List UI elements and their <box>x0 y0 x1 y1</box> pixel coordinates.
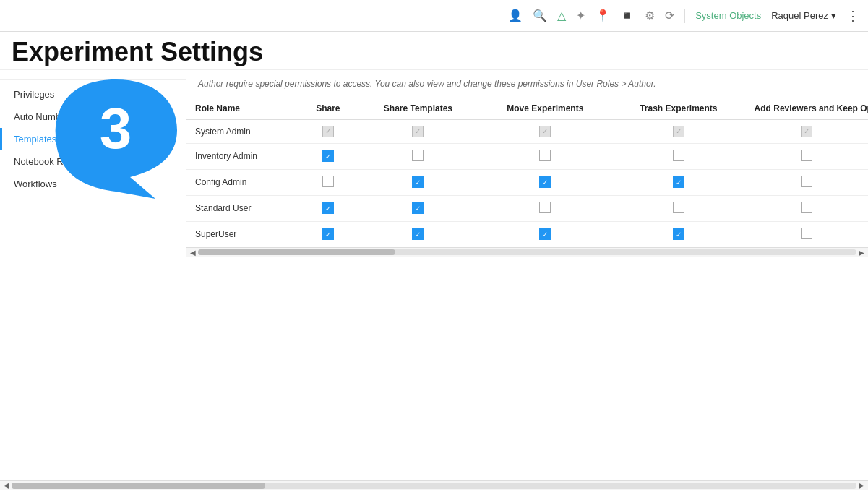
cell-share-templates: ✓ <box>357 195 478 221</box>
checkbox-unchecked[interactable] <box>673 202 684 213</box>
table-row: Inventory Admin ✓ <box>186 143 868 169</box>
bottom-scrollbar-thumb <box>12 483 265 489</box>
table-row: System Admin ✓ ✓ ✓ ✓ ✓ <box>186 119 868 143</box>
col-trash-experiments: Trash Experiments <box>611 98 745 120</box>
cell-trash-experiments <box>611 195 745 221</box>
branch-icon[interactable]: ✦ <box>576 9 585 22</box>
checkbox-checked[interactable]: ✓ <box>412 202 424 214</box>
page-title-bar: Experiment Settings <box>0 32 868 70</box>
cell-role-name: SuperUser <box>186 221 298 247</box>
cell-share: ✓ <box>298 221 357 247</box>
scroll-right-arrow[interactable]: ▶ <box>856 249 867 257</box>
user-icon[interactable]: 👤 <box>508 9 523 22</box>
cell-move-experiments: ✓ <box>479 221 612 247</box>
bottom-scroll-right[interactable]: ▶ <box>856 481 867 489</box>
cell-add-reviewers <box>746 195 868 221</box>
scroll-left-arrow[interactable]: ◀ <box>188 249 198 257</box>
cell-share-templates: ✓ <box>357 221 478 247</box>
table-body: System Admin ✓ ✓ ✓ ✓ ✓ Inventory Admin ✓… <box>186 119 868 247</box>
checkbox-unchecked[interactable] <box>322 176 334 187</box>
cell-share <box>298 169 357 195</box>
cell-move-experiments: ✓ <box>479 119 612 143</box>
cell-share-templates: ✓ <box>357 169 478 195</box>
sidebar-item-workflows[interactable]: Workflows <box>0 173 186 195</box>
cell-add-reviewers: ✓ <box>746 119 868 143</box>
grid-icon[interactable]: ⋮ <box>846 8 859 24</box>
page-title: Experiment Settings <box>12 38 856 66</box>
checkbox-checked[interactable]: ✓ <box>322 228 334 240</box>
checkbox-checked[interactable]: ✓ <box>673 228 684 240</box>
checkbox-unchecked[interactable] <box>801 176 812 187</box>
cell-share-templates: ✓ <box>357 119 478 143</box>
cell-trash-experiments: ✓ <box>611 221 745 247</box>
cell-share: ✓ <box>298 143 357 169</box>
table-row: Config Admin ✓ ✓ ✓ <box>186 169 868 195</box>
checkbox-disabled-checked: ✓ <box>801 126 812 137</box>
sidebar-item-auto-numbering[interactable]: Auto Numbering <box>0 106 186 128</box>
data-table: Role Name Share Share Templates Move Exp… <box>186 98 868 247</box>
sidebar-item-privileges[interactable]: Privileges <box>0 83 186 106</box>
checkbox-checked[interactable]: ✓ <box>322 150 334 162</box>
cube-icon[interactable]: △ <box>557 9 566 22</box>
col-share: Share <box>298 98 357 120</box>
table-scrollbar[interactable]: ◀ ▶ <box>186 247 868 257</box>
user-name[interactable]: Raquel Perez ▾ <box>771 10 836 21</box>
checkbox-unchecked[interactable] <box>673 150 684 161</box>
checkbox-unchecked[interactable] <box>539 202 551 213</box>
checkbox-disabled-checked: ✓ <box>322 126 334 137</box>
col-add-reviewers: Add Reviewers and Keep Open Experiments <box>746 98 868 120</box>
table-row: Standard User ✓ ✓ <box>186 195 868 221</box>
cell-move-experiments: ✓ <box>479 169 612 195</box>
sidebar: Privileges Auto Numbering Templates Note… <box>0 70 186 486</box>
checkbox-disabled-checked: ✓ <box>673 126 684 137</box>
main-layout: Privileges Auto Numbering Templates Note… <box>0 70 868 486</box>
cell-role-name: Config Admin <box>186 169 298 195</box>
checkbox-unchecked[interactable] <box>539 150 551 161</box>
search-icon[interactable]: 🔍 <box>533 9 547 22</box>
checkbox-unchecked[interactable] <box>412 150 424 161</box>
topbar: 👤 🔍 △ ✦ 📍 ◾ ⚙ ⟳ System Objects Raquel Pe… <box>0 0 868 32</box>
checkbox-unchecked[interactable] <box>801 228 812 239</box>
checkbox-checked[interactable]: ✓ <box>412 176 424 188</box>
settings-icon[interactable]: ⚙ <box>645 9 655 22</box>
layer-icon[interactable]: ◾ <box>620 9 635 22</box>
pin-icon[interactable]: 📍 <box>596 9 610 22</box>
cell-add-reviewers <box>746 169 868 195</box>
checkbox-checked[interactable]: ✓ <box>539 176 551 188</box>
cell-move-experiments <box>479 143 612 169</box>
bottom-scrollbar[interactable]: ◀ ▶ <box>0 480 868 490</box>
cell-trash-experiments <box>611 143 745 169</box>
content-area: Author require special permissions to ac… <box>186 70 868 486</box>
checkbox-checked[interactable]: ✓ <box>539 228 551 240</box>
cell-share-templates <box>357 143 478 169</box>
cell-role-name: Inventory Admin <box>186 143 298 169</box>
scrollbar-track <box>198 249 856 255</box>
cell-share: ✓ <box>298 195 357 221</box>
cell-role-name: System Admin <box>186 119 298 143</box>
topbar-divider <box>684 9 685 23</box>
col-role-name: Role Name <box>186 98 298 120</box>
checkbox-disabled-checked: ✓ <box>412 126 424 137</box>
checkbox-checked[interactable]: ✓ <box>322 202 334 214</box>
checkbox-checked[interactable]: ✓ <box>412 228 424 240</box>
checkbox-unchecked[interactable] <box>801 202 812 213</box>
scrollbar-thumb <box>198 249 395 255</box>
bottom-scroll-left[interactable]: ◀ <box>1 481 12 489</box>
table-wrapper: Role Name Share Share Templates Move Exp… <box>186 98 868 257</box>
cell-share: ✓ <box>298 119 357 143</box>
sidebar-item-templates[interactable]: Templates <box>0 128 186 150</box>
cell-role-name: Standard User <box>186 195 298 221</box>
topbar-icons: 👤 🔍 △ ✦ 📍 ◾ ⚙ ⟳ System Objects Raquel Pe… <box>9 8 859 24</box>
checkbox-checked[interactable]: ✓ <box>673 176 684 188</box>
table-row: SuperUser ✓ ✓ ✓ ✓ <box>186 221 868 247</box>
bottom-scrollbar-track <box>12 483 856 489</box>
col-move-experiments: Move Experiments <box>479 98 612 120</box>
cell-add-reviewers <box>746 143 868 169</box>
checkbox-unchecked[interactable] <box>801 150 812 161</box>
col-share-templates: Share Templates <box>357 98 478 120</box>
cell-add-reviewers <box>746 221 868 247</box>
sidebar-item-notebook-requirements[interactable]: Notebook Requirements <box>0 150 186 173</box>
info-text: Author require special permissions to ac… <box>186 79 868 98</box>
history-icon[interactable]: ⟳ <box>665 9 674 22</box>
system-objects-link[interactable]: System Objects <box>695 10 761 21</box>
